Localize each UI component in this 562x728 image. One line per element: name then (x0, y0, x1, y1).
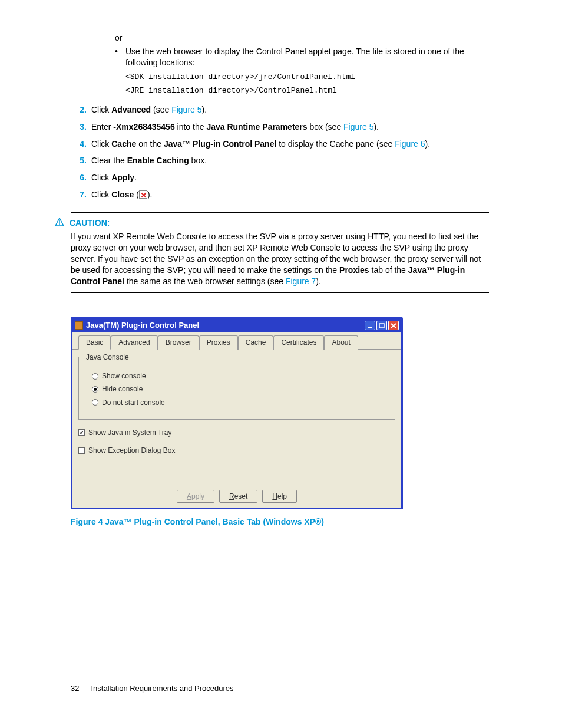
tab-certificates[interactable]: Certificates (273, 335, 324, 350)
radio-no-start-console[interactable] (92, 399, 98, 406)
radio-no-start-console-label: Do not start console (102, 398, 165, 407)
tab-cache[interactable]: Cache (238, 335, 274, 350)
tab-proxies[interactable]: Proxies (199, 335, 238, 350)
tab-basic[interactable]: Basic (78, 335, 111, 350)
step-num-4: 4. (71, 139, 91, 150)
radio-hide-console-label: Hide console (102, 384, 143, 394)
reset-button[interactable]: Reset (219, 490, 257, 503)
step-4: Click Cache on the Java™ Plug-in Control… (91, 139, 489, 150)
footer-section: Installation Requirements and Procedures (91, 683, 233, 694)
tab-row: Basic Advanced Browser Proxies Cache Cer… (72, 332, 401, 350)
svg-rect-3 (379, 324, 384, 328)
step-6: Click Apply. (91, 172, 489, 183)
step-num-6: 6. (71, 172, 91, 183)
figure-5-link[interactable]: Figure 5 (171, 105, 201, 114)
caution-body: If you want XP Remote Web Console to acc… (71, 231, 489, 286)
figure-6-link[interactable]: Figure 6 (395, 139, 425, 149)
radio-show-console[interactable] (92, 373, 98, 380)
step-2: Click Advanced (see Figure 5). (91, 104, 489, 116)
step-num-2: 2. (71, 104, 91, 116)
step-5: Clear the Enable Caching box. (91, 155, 489, 166)
checkbox-exception-dialog[interactable] (78, 447, 85, 454)
tab-browser[interactable]: Browser (158, 335, 199, 350)
step-7: Click Close (). (91, 189, 489, 200)
step-num-5: 5. (71, 155, 91, 166)
svg-point-0 (59, 223, 60, 225)
java-app-icon (75, 321, 83, 330)
tab-about[interactable]: About (324, 335, 358, 350)
java-plugin-window: Java(TM) Plug-in Control Panel Basic Adv… (71, 317, 403, 509)
or-text: or (115, 32, 489, 44)
code-path-2: <JRE installation directory>/ControlPane… (125, 85, 489, 96)
figure-caption: Figure 4 Java™ Plug-in Control Panel, Ba… (71, 516, 489, 528)
tab-advanced[interactable]: Advanced (111, 335, 157, 350)
code-path-1: <SDK installation directory>/jre/Control… (125, 72, 489, 83)
step-num-7: 7. (71, 189, 91, 200)
help-button[interactable]: Help (262, 490, 297, 503)
window-close-button[interactable] (388, 321, 399, 330)
radio-hide-console[interactable] (92, 386, 98, 393)
checkbox-system-tray[interactable] (78, 429, 85, 436)
step-3: Enter -Xmx268435456 into the Java Runtim… (91, 121, 489, 133)
checkbox-system-tray-label: Show Java in System Tray (88, 428, 171, 437)
radio-show-console-label: Show console (102, 371, 146, 381)
fieldset-legend: Java Console (84, 353, 131, 362)
bullet-icon: • (115, 46, 125, 68)
figure-7-link[interactable]: Figure 7 (286, 276, 316, 286)
minimize-button[interactable] (365, 321, 375, 330)
caution-triangle-icon (55, 218, 64, 229)
page-number: 32 (71, 683, 79, 694)
svg-rect-2 (368, 327, 372, 328)
maximize-button[interactable] (376, 321, 387, 330)
close-icon (139, 190, 147, 199)
step-num-3: 3. (71, 121, 91, 133)
bullet-text: Use the web browser to display the Contr… (125, 46, 489, 68)
svg-rect-1 (59, 220, 59, 223)
checkbox-exception-dialog-label: Show Exception Dialog Box (88, 446, 175, 455)
window-title: Java(TM) Plug-in Control Panel (86, 320, 363, 331)
caution-label: CAUTION: (70, 218, 110, 229)
apply-button[interactable]: Apply (177, 490, 214, 503)
figure-5-link-b[interactable]: Figure 5 (343, 122, 373, 131)
